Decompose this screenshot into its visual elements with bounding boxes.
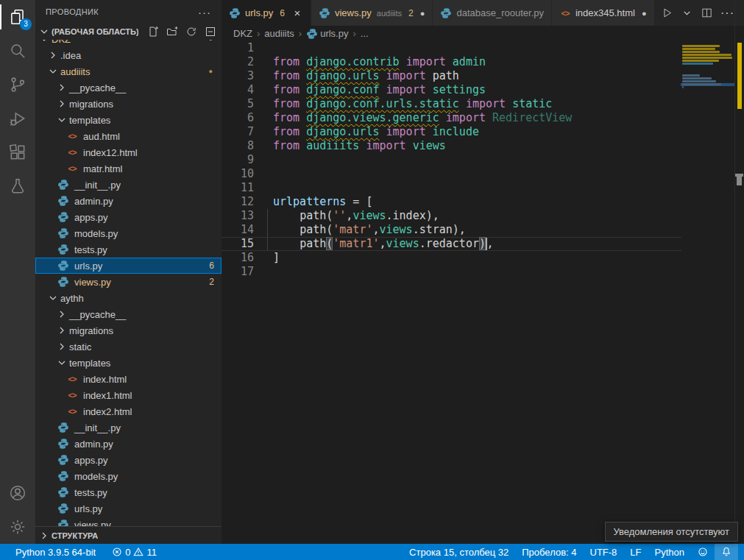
tree-item-templates[interactable]: templates — [35, 112, 222, 128]
tree-item-aud-html[interactable]: <>aud.html — [35, 128, 222, 144]
code-line-14[interactable]: 14 path('matr',views.stran), — [222, 223, 681, 237]
code-line-13[interactable]: 13 path('',views.index), — [222, 209, 681, 223]
breadcrumb-item[interactable]: ... — [361, 28, 369, 39]
minimap[interactable] — [682, 42, 734, 92]
activity-run-debug[interactable] — [0, 102, 35, 135]
tab-problems-badge: 2 — [408, 8, 414, 18]
code-line-2[interactable]: 2from django.contrib import admin — [222, 55, 681, 69]
tree-item-dkz[interactable]: DKZ● — [35, 40, 222, 47]
activity-explorer[interactable]: 3 — [0, 0, 35, 34]
status-encoding[interactable]: UTF-8 — [584, 544, 624, 560]
tree-item-views-py[interactable]: views.py2 — [35, 274, 222, 290]
status-python-interpreter[interactable]: Python 3.9.5 64-bit — [9, 544, 102, 560]
tree-item-migrations[interactable]: migrations — [35, 96, 222, 112]
tree-item-apps-py[interactable]: apps.py — [35, 209, 222, 225]
activity-settings[interactable] — [0, 510, 35, 544]
code-line-10[interactable]: 10 — [222, 167, 681, 181]
activity-testing[interactable] — [0, 169, 35, 203]
tree-item-models-py[interactable]: models.py — [35, 225, 222, 241]
code-line-17[interactable]: 17 — [222, 265, 681, 279]
tree-item-views-py[interactable]: views.py — [35, 517, 222, 526]
code-line-9[interactable]: 9 — [222, 153, 681, 167]
tab-views-py[interactable]: views.pyaudiiits2● — [311, 0, 432, 26]
dirty-indicator[interactable]: ● — [420, 9, 425, 18]
split-editor-button[interactable] — [698, 4, 715, 22]
explorer-more-actions-icon[interactable]: ··· — [198, 6, 211, 18]
tree-item-aythh[interactable]: aythh — [35, 290, 222, 306]
breadcrumb-item[interactable]: urls.py — [306, 28, 348, 39]
overview-ruler[interactable] — [734, 0, 744, 544]
html-file-icon: <> — [68, 375, 77, 383]
tree-item-templates[interactable]: templates — [35, 355, 222, 371]
tree-item-tests-py[interactable]: tests.py — [35, 241, 222, 258]
tree-item-audiiits[interactable]: audiiits● — [35, 63, 222, 79]
activity-account[interactable] — [0, 476, 35, 510]
status-indentation[interactable]: Пробелов: 4 — [515, 544, 583, 560]
line-number: 11 — [222, 181, 254, 195]
code-token: include — [433, 125, 479, 138]
status-notifications-bell[interactable] — [715, 544, 738, 560]
tab-database-roouter-py[interactable]: database_roouter.py — [433, 0, 551, 26]
status-problems[interactable]: 011 — [105, 544, 163, 560]
activity-search[interactable] — [0, 34, 35, 68]
scrollbar-thumb[interactable] — [735, 174, 743, 177]
chevron-right-icon — [56, 341, 68, 352]
code-line-12[interactable]: 12urlpatterns = [ — [222, 195, 681, 209]
html-file-icon: <> — [68, 407, 77, 416]
tree-item--init-py[interactable]: __init__.py — [35, 177, 222, 193]
tree-item-index-html[interactable]: <>index.html — [35, 371, 222, 387]
line-number: 10 — [222, 167, 254, 181]
refresh-button[interactable] — [185, 25, 198, 38]
code-line-7[interactable]: 7from django.urls import include — [222, 125, 681, 139]
code-line-5[interactable]: 5from django.conf.urls.static import sta… — [222, 97, 681, 111]
chevron-right-icon — [38, 530, 50, 542]
run-button[interactable] — [659, 4, 676, 22]
chevron-right-icon — [56, 308, 68, 320]
tab-urls-py[interactable]: urls.py6× — [222, 0, 311, 26]
new-file-button[interactable] — [146, 25, 160, 38]
collapse-all-button[interactable] — [204, 25, 217, 38]
tree-item-index2-html[interactable]: <>index2.html — [35, 403, 222, 419]
outline-section-header[interactable]: СТРУКТУРА — [35, 526, 222, 544]
status-eol[interactable]: LF — [623, 544, 648, 560]
activity-source-control[interactable] — [0, 68, 35, 102]
code-line-6[interactable]: 6from django.views.generic import Redire… — [222, 111, 681, 125]
close-icon[interactable]: × — [291, 7, 303, 19]
status-cursor-position[interactable]: Строка 15, столбец 32 — [403, 544, 515, 560]
code-line-1[interactable]: 1 — [222, 41, 681, 55]
tree-item--pycache-[interactable]: __pycache__ — [35, 79, 222, 96]
tree-item-tests-py[interactable]: tests.py — [35, 484, 222, 500]
tree-item--idea[interactable]: .idea — [35, 47, 222, 63]
code-line-4[interactable]: 4from django.conf import settings — [222, 83, 681, 97]
workspace-section-header[interactable]: (РАБОЧАЯ ОБЛАСТЬ) ... — [35, 24, 222, 40]
tree-item-apps-py[interactable]: apps.py — [35, 452, 222, 468]
tree-item-matr-html[interactable]: <>matr.html — [35, 160, 222, 177]
tree-item-admin-py[interactable]: admin.py — [35, 193, 222, 209]
tree-item--pycache-[interactable]: __pycache__ — [35, 306, 222, 322]
breadcrumb-item[interactable]: audiiits — [264, 28, 294, 39]
code-line-8[interactable]: 8from audiiits import views — [222, 139, 681, 153]
run-dropdown-button[interactable] — [679, 4, 695, 22]
tree-item-index1-html[interactable]: <>index1.html — [35, 387, 222, 403]
tree-item-urls-py[interactable]: urls.py — [35, 500, 222, 517]
breadcrumb[interactable]: DKZ›audiiits›urls.py›... — [222, 26, 744, 41]
tab-index345-html[interactable]: <>index345.html● — [552, 0, 654, 26]
dirty-indicator[interactable]: ● — [642, 9, 647, 18]
tree-item-index12-html[interactable]: <>index12.html — [35, 144, 222, 160]
breadcrumb-item[interactable]: DKZ — [233, 28, 252, 39]
code-line-11[interactable]: 11 — [222, 181, 681, 195]
status-feedback[interactable] — [691, 544, 715, 560]
tree-item--init-py[interactable]: __init__.py — [35, 419, 222, 436]
tree-item-admin-py[interactable]: admin.py — [35, 436, 222, 452]
code-line-16[interactable]: 16] — [222, 251, 681, 265]
activity-extensions[interactable] — [0, 135, 35, 169]
tree-item-static[interactable]: static — [35, 339, 222, 355]
code-editor[interactable]: 12from django.contrib import admin3from … — [222, 41, 681, 279]
tree-item-migrations[interactable]: migrations — [35, 322, 222, 339]
status-language-mode[interactable]: Python — [648, 544, 691, 560]
code-line-3[interactable]: 3from django.urls import path — [222, 69, 681, 83]
new-folder-button[interactable] — [166, 25, 179, 38]
code-line-15[interactable]: 15 path('matr1',views.redactor), — [222, 237, 681, 251]
tree-item-urls-py[interactable]: urls.py6 — [35, 258, 222, 274]
tree-item-models-py[interactable]: models.py — [35, 468, 222, 484]
